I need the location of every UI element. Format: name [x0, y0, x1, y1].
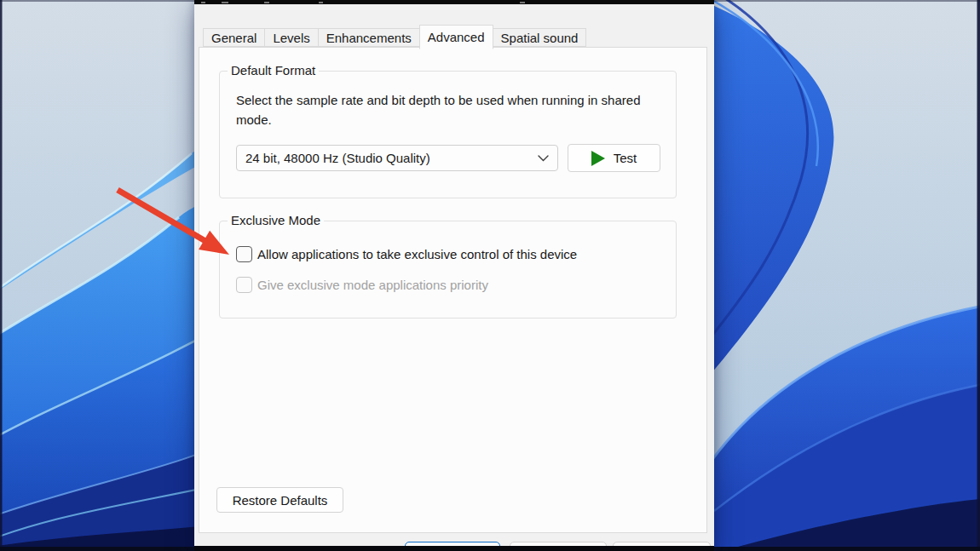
bottom-cropped-strip	[194, 546, 714, 551]
priority-row: Give exclusive mode applications priorit…	[236, 277, 488, 293]
tab-general[interactable]: General	[203, 28, 265, 47]
format-dropdown-value: 24 bit, 48000 Hz (Studio Quality)	[245, 151, 430, 165]
default-format-legend: Default Format	[228, 63, 319, 77]
restore-defaults-button[interactable]: Restore Defaults	[216, 487, 343, 513]
chevron-down-icon	[538, 155, 549, 162]
titlebar-artifact	[201, 2, 205, 3]
tab-bar: General Levels Enhancements Advanced Spa…	[203, 25, 585, 49]
priority-checkbox	[236, 277, 252, 293]
titlebar-artifact	[319, 2, 323, 3]
tab-spatial-sound[interactable]: Spatial sound	[493, 28, 587, 47]
tab-advanced[interactable]: Advanced	[419, 25, 493, 49]
allow-exclusive-checkbox[interactable]	[236, 246, 252, 262]
advanced-tab-page: Default Format Select the sample rate an…	[199, 47, 707, 533]
description-line-1: Select the sample rate and bit depth to …	[236, 90, 666, 110]
format-dropdown[interactable]: 24 bit, 48000 Hz (Studio Quality)	[236, 145, 558, 171]
allow-exclusive-label: Allow applications to take exclusive con…	[257, 247, 577, 261]
titlebar-cropped-strip	[194, 0, 714, 4]
tab-levels[interactable]: Levels	[264, 28, 318, 47]
default-format-description: Select the sample rate and bit depth to …	[236, 90, 666, 129]
exclusive-mode-group: Exclusive Mode Allow applications to tak…	[219, 221, 677, 319]
speakers-properties-dialog: General Levels Enhancements Advanced Spa…	[194, 0, 714, 551]
tab-enhancements[interactable]: Enhancements	[318, 28, 420, 47]
test-button-label: Test	[614, 151, 637, 165]
priority-label: Give exclusive mode applications priorit…	[257, 278, 488, 292]
play-icon	[591, 151, 605, 166]
test-button[interactable]: Test	[568, 144, 660, 172]
titlebar-artifact	[520, 2, 525, 3]
default-format-group: Default Format Select the sample rate an…	[219, 71, 677, 198]
titlebar-artifact	[222, 2, 228, 3]
allow-exclusive-row: Allow applications to take exclusive con…	[236, 246, 577, 262]
titlebar-artifact	[264, 2, 269, 3]
description-line-2: mode.	[236, 110, 666, 129]
exclusive-mode-legend: Exclusive Mode	[228, 213, 324, 227]
